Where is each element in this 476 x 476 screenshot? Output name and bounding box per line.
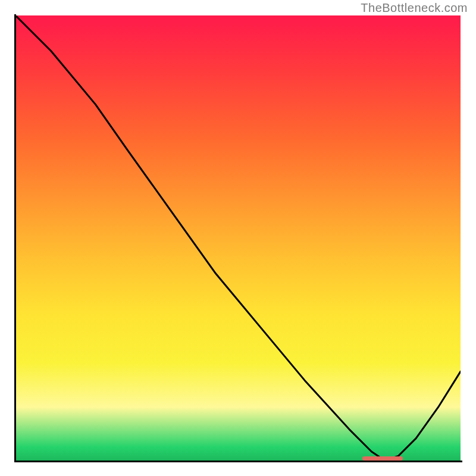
y-axis (14, 14, 16, 462)
attribution-text: TheBottleneck.com (361, 1, 468, 15)
optimal-range-marker (362, 456, 402, 461)
plot-gradient-background (15, 15, 461, 461)
x-axis (14, 461, 462, 462)
chart-container: TheBottleneck.com (0, 0, 476, 476)
